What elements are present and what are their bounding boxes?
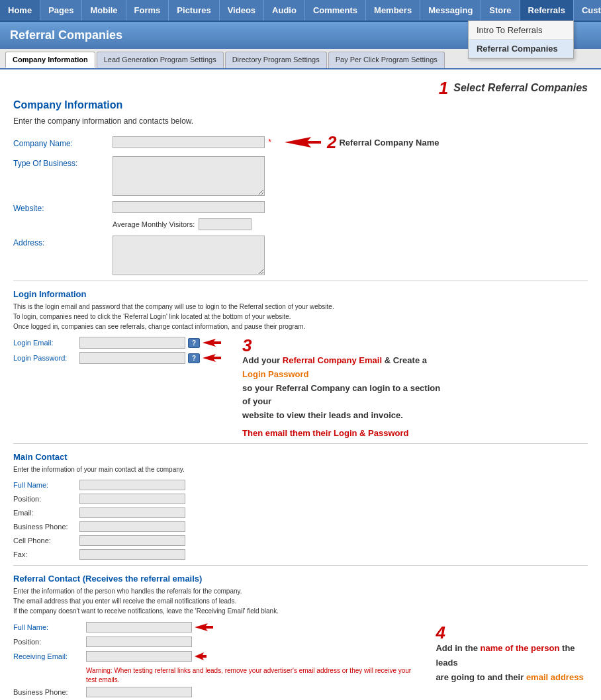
annotation-3-number: 3 <box>242 337 252 354</box>
main-email-label: Email: <box>13 509 79 517</box>
referral-contact-fields: Full Name: Position: Receiving Email: <box>13 621 416 700</box>
main-bizphone-row: Business Phone: <box>13 521 588 532</box>
company-name-input[interactable] <box>113 136 265 148</box>
login-password-input[interactable] <box>79 352 185 364</box>
nav-store[interactable]: Store <box>481 0 520 21</box>
ref-fullname-row: Full Name: <box>13 621 416 633</box>
ref-bizphone-input[interactable] <box>86 687 192 697</box>
tab-pay-per-click[interactable]: Pay Per Click Program Settings <box>328 52 445 68</box>
top-navigation: Home Pages Mobile Forms Pictures Videos … <box>0 0 601 22</box>
tab-lead-generation[interactable]: Lead Generation Program Settings <box>97 52 224 68</box>
nav-audio[interactable]: Audio <box>264 0 305 21</box>
svg-marker-4 <box>195 652 207 660</box>
ref-fullname-input[interactable] <box>86 622 192 633</box>
ref-email-row: Receiving Email: <box>13 650 416 662</box>
ref-position-row: Position: <box>13 636 416 647</box>
warning-text: Warning: When testing referral links and… <box>86 667 411 683</box>
svg-marker-3 <box>195 623 213 631</box>
login-email-help[interactable]: ? <box>188 338 200 348</box>
annotation-1-text: Select Referral Companies <box>453 82 588 94</box>
referral-contact-title: Referral Contact (Receives the referral … <box>13 574 588 584</box>
divider-2 <box>13 443 588 444</box>
main-bizphone-label: Business Phone: <box>13 523 79 531</box>
login-email-label: Login Email: <box>13 339 79 347</box>
ref-position-input[interactable] <box>86 636 192 647</box>
login-password-label: Login Password: <box>13 354 79 362</box>
nav-videos[interactable]: Videos <box>220 0 264 21</box>
annotation-3-email-note: Then email them their Login & Password <box>242 428 441 438</box>
svg-marker-2 <box>203 354 221 362</box>
main-cellphone-label: Cell Phone: <box>13 537 79 545</box>
ref-email-input[interactable] <box>86 651 192 662</box>
address-input[interactable] <box>113 236 265 275</box>
main-bizphone-input[interactable] <box>79 521 185 532</box>
annotation-4-text: Add in the name of the person the leads … <box>436 641 588 685</box>
address-row: Address: <box>13 236 588 275</box>
annotation-3-email-arrow <box>203 337 222 349</box>
intro-text: Enter the company information and contac… <box>13 116 588 126</box>
main-position-label: Position: <box>13 495 79 503</box>
ref-bizphone-label: Business Phone: <box>13 688 86 696</box>
nav-forms[interactable]: Forms <box>126 0 169 21</box>
nav-members[interactable]: Members <box>366 0 420 21</box>
required-marker: * <box>268 138 271 147</box>
nav-referrals[interactable]: Referrals <box>520 0 574 21</box>
ref-position-label: Position: <box>13 638 86 646</box>
website-input[interactable] <box>113 201 265 213</box>
annotation-2-arrow <box>285 136 324 149</box>
annotation-4-number: 4 <box>436 624 445 641</box>
ref-fullname-label: Full Name: <box>13 623 86 631</box>
main-position-row: Position: <box>13 494 588 504</box>
main-fullname-input[interactable] <box>79 480 185 490</box>
section-title: Company Information <box>13 99 588 111</box>
main-cellphone-input[interactable] <box>79 535 185 546</box>
login-email-row: Login Email: ? <box>13 337 222 349</box>
nav-pictures[interactable]: Pictures <box>169 0 219 21</box>
main-fax-row: Fax: <box>13 549 588 560</box>
dropdown-intro-referrals[interactable]: Intro To Referrals <box>469 21 573 40</box>
divider-1 <box>13 281 588 281</box>
annotation-3-password-arrow <box>203 352 222 364</box>
referral-contact-desc: Enter the information of the person who … <box>13 586 588 616</box>
annotation-3-text: Add your Referral Company Email & Create… <box>242 354 441 423</box>
main-email-input[interactable] <box>79 507 185 518</box>
nav-messaging[interactable]: Messaging <box>420 0 481 21</box>
main-fax-input[interactable] <box>79 549 185 560</box>
annotation-4-email-arrow <box>195 650 208 662</box>
main-fullname-row: Full Name: <box>13 480 588 490</box>
dropdown-referral-companies[interactable]: Referral Companies <box>469 40 573 58</box>
tab-directory-program[interactable]: Directory Program Settings <box>225 52 327 68</box>
annotation-4-fullname-arrow <box>195 621 214 633</box>
login-section-title: Login Information <box>13 289 588 299</box>
type-of-business-input[interactable] <box>113 156 265 196</box>
type-of-business-row: Type Of Business: <box>13 156 588 196</box>
avg-visitors-label: Average Monthly Visitors: <box>113 220 195 228</box>
annotation-2-number: 2 <box>327 134 336 151</box>
nav-customize[interactable]: Customize <box>574 0 601 21</box>
company-name-label: Company Name: <box>13 136 113 148</box>
main-fullname-label: Full Name: <box>13 481 79 489</box>
annotation-1-number: 1 <box>439 79 448 97</box>
login-password-row: Login Password: ? <box>13 352 222 364</box>
website-row: Website: <box>13 201 588 213</box>
annotation-2-text: Referral Company Name <box>339 138 439 148</box>
referrals-dropdown: Intro To Referrals Referral Companies <box>468 21 574 59</box>
login-password-help[interactable]: ? <box>188 353 200 363</box>
tab-company-information[interactable]: Company Information <box>5 52 95 68</box>
svg-marker-1 <box>203 339 221 347</box>
ref-email-label: Receiving Email: <box>13 652 86 660</box>
login-section-desc: This is the login email and password tha… <box>13 302 588 331</box>
main-contact-desc: Enter the information of your main conta… <box>13 464 588 474</box>
svg-marker-0 <box>285 137 321 148</box>
main-fax-label: Fax: <box>13 550 79 558</box>
nav-home[interactable]: Home <box>0 0 40 21</box>
main-cellphone-row: Cell Phone: <box>13 535 588 546</box>
avg-visitors-input[interactable] <box>199 218 252 230</box>
page-title: Referral Companies <box>10 28 122 42</box>
content-area: 1 Select Referral Companies Company Info… <box>0 69 601 700</box>
nav-comments[interactable]: Comments <box>305 0 366 21</box>
login-email-input[interactable] <box>79 337 185 349</box>
nav-pages[interactable]: Pages <box>40 0 82 21</box>
main-position-input[interactable] <box>79 494 185 504</box>
nav-mobile[interactable]: Mobile <box>82 0 126 21</box>
